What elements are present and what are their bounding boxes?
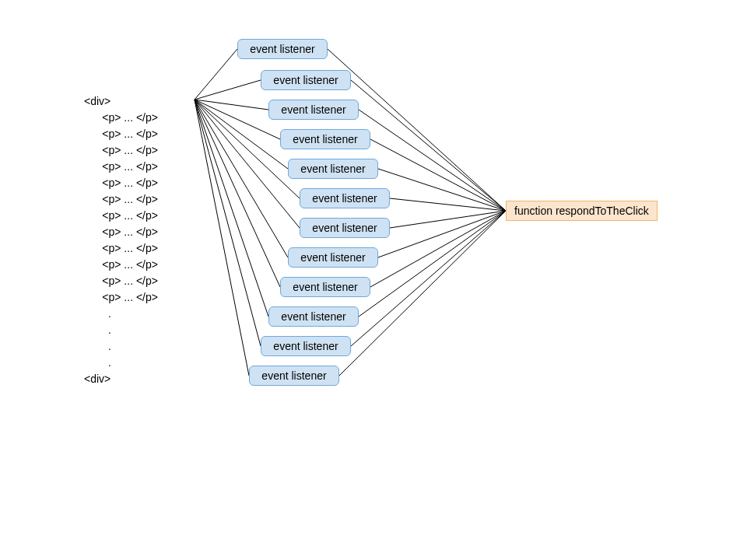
event-listener-box: event listener	[300, 218, 390, 238]
event-listener-box: event listener	[261, 336, 351, 356]
svg-line-15	[378, 211, 506, 257]
event-listener-box: event listener	[268, 306, 359, 327]
svg-line-2	[195, 80, 261, 100]
event-listener-box: event listener	[268, 100, 359, 120]
svg-line-16	[195, 100, 280, 287]
code-p-line: <p> ... </p>	[84, 159, 158, 175]
function-box: function respondToTheClick	[506, 201, 658, 221]
svg-line-6	[195, 100, 280, 139]
code-p-line: <p> ... </p>	[84, 191, 158, 208]
event-listener-box: event listener	[300, 188, 390, 208]
code-div-open: <div>	[84, 93, 158, 110]
code-dot: .	[84, 322, 158, 338]
svg-line-20	[195, 100, 261, 346]
svg-line-0	[195, 49, 237, 100]
code-div-close: <div>	[84, 371, 158, 387]
code-dot: .	[84, 306, 158, 322]
svg-line-4	[195, 100, 268, 110]
event-listener-box: event listener	[280, 129, 370, 149]
svg-line-14	[195, 100, 288, 257]
event-listener-box: event listener	[261, 70, 351, 90]
function-label: function respondToTheClick	[514, 205, 649, 217]
svg-line-17	[370, 211, 506, 287]
event-listener-box: event listener	[288, 159, 378, 179]
event-listener-box: event listener	[237, 39, 328, 59]
code-p-line: <p> ... </p>	[84, 289, 158, 306]
code-dot: .	[84, 355, 158, 371]
svg-line-9	[378, 169, 506, 211]
svg-line-13	[390, 211, 506, 228]
code-p-line: <p> ... </p>	[84, 110, 158, 126]
code-p-line: <p> ... </p>	[84, 240, 158, 257]
svg-line-11	[390, 198, 506, 211]
code-p-line: <p> ... </p>	[84, 126, 158, 142]
code-p-line: <p> ... </p>	[84, 224, 158, 240]
code-p-line: <p> ... </p>	[84, 208, 158, 224]
event-listener-box: event listener	[249, 366, 339, 386]
event-listener-box: event listener	[288, 247, 378, 268]
event-listener-box: event listener	[280, 277, 370, 297]
code-dot: .	[84, 338, 158, 355]
code-p-line: <p> ... </p>	[84, 257, 158, 273]
svg-line-18	[195, 100, 268, 317]
svg-line-7	[370, 139, 506, 211]
code-block: <div> <p> ... </p> <p> ... </p> <p> ... …	[84, 93, 158, 387]
svg-line-22	[195, 100, 249, 376]
code-p-line: <p> ... </p>	[84, 273, 158, 289]
code-p-line: <p> ... </p>	[84, 175, 158, 191]
code-p-line: <p> ... </p>	[84, 142, 158, 159]
